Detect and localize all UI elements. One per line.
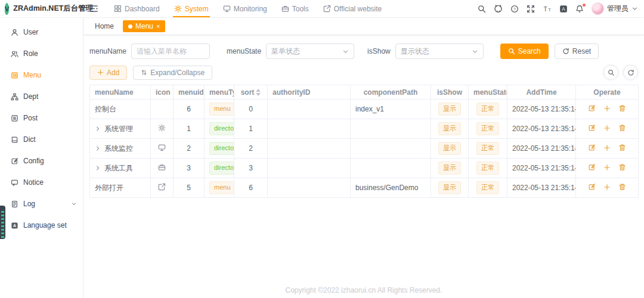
sidebar: UserRoleMenuDeptBPostDictConfigNoticeLog… [0,18,83,298]
topbar: V ZRAdmin.NET后台管理 DashboardSystemMonitor… [0,0,644,18]
search-button[interactable]: Search [500,44,549,59]
cell-component-path [351,119,431,139]
sidebar-item-dept[interactable]: Dept [0,86,83,107]
menu-name-label: menuName [89,47,126,55]
edit-row-icon[interactable] [588,124,596,132]
tab-menu[interactable]: Menu× [123,20,165,32]
cell-sort: 1 [234,119,268,139]
edit-row-icon[interactable] [588,183,596,191]
expand-collapse-button[interactable]: Expand/Collapse [133,66,212,80]
add-button[interactable]: Add [89,66,127,80]
sidebar-item-role[interactable]: Role [0,43,83,64]
doc-icon [11,200,18,208]
sidebar-item-notice[interactable]: Notice [0,172,83,193]
add-child-row-icon[interactable] [603,144,611,151]
column-header-menustate: menuState [469,85,507,100]
cell-add-time: 2022-05-13 21:35:14 [507,119,576,139]
sidebar-item-config[interactable]: Config [0,150,83,172]
question-icon[interactable]: ? [510,5,519,13]
add-child-row-icon[interactable] [603,105,611,112]
cell-menu-name: 控制台 [90,100,151,119]
sidebar-item-user[interactable]: User [0,21,83,43]
nav-item-dashboard[interactable]: Dashboard [108,0,166,17]
tab-home[interactable]: Home [89,20,119,32]
tab-bar: HomeMenu× [83,18,644,35]
sidebar-item-menu[interactable]: Menu [0,64,83,86]
search-icon [608,69,615,76]
search-icon[interactable] [478,5,486,13]
svg-text:A: A [13,224,16,228]
sidebar-item-language-set[interactable]: ALanguage set [0,215,83,236]
github-icon[interactable] [494,4,503,13]
nav-item-monitoring[interactable]: Monitoring [217,0,273,17]
top-nav: DashboardSystemMonitoringToolsOfficial w… [108,0,388,17]
reset-button[interactable]: Reset [555,44,599,59]
toolbox-icon [281,5,289,13]
theme-drawer-handle[interactable] [0,206,5,239]
refresh-table-button[interactable] [623,65,638,80]
cell-menu-state: 正常 [469,119,507,139]
cell-menu-name: 系统监控 [90,139,151,159]
sidebar-collapse-icon[interactable] [89,4,98,13]
fullscreen-icon[interactable] [527,5,535,13]
cell-is-show: 显示 [431,178,469,198]
table-row: 外部打开5menu6business/GenDemo显示正常2022-05-13… [90,178,639,198]
cell-menu-state: 正常 [469,178,507,198]
sort-arrows-icon [141,69,147,76]
delete-row-icon[interactable] [618,124,626,132]
cell-menu-type: directory [205,139,234,159]
svg-text:?: ? [513,6,516,11]
cell-component-path: business/GenDemo [351,178,431,198]
add-child-row-icon[interactable] [603,164,611,171]
users-icon [11,50,18,58]
cell-menu-name: 外部打开 [90,178,151,198]
is-show-select[interactable]: 显示状态 [395,44,484,59]
menu-type-badge: directory [209,122,234,135]
sidebar-item-post[interactable]: BPost [0,107,83,129]
dashboard-icon [114,5,122,13]
cell-menu-type: directory [205,159,234,178]
is-show-badge: 显示 [438,181,461,194]
edit-row-icon[interactable] [588,104,596,112]
column-header-isshow: isShow [431,85,469,100]
sidebar-item-dict[interactable]: Dict [0,129,83,150]
menu-state-select[interactable]: 菜单状态 [266,44,354,59]
edit-row-icon[interactable] [588,163,596,171]
cell-icon [151,139,174,159]
delete-row-icon[interactable] [618,183,626,191]
cell-menuid: 2 [174,139,205,159]
expand-row-icon[interactable] [95,165,101,171]
nav-item-tools[interactable]: Tools [275,0,315,17]
user-menu[interactable]: 管理员 [592,2,638,15]
expand-row-icon[interactable] [95,126,101,132]
font-size-icon[interactable]: TT [543,5,552,13]
cell-menu-name: 系统管理 [90,119,151,139]
tree-icon [11,93,18,101]
add-child-row-icon[interactable] [603,125,611,132]
gear-icon [174,5,182,13]
cell-add-time: 2022-05-13 21:35:14 [507,139,576,159]
sort-carets-icon [256,89,261,96]
translate-icon[interactable]: A [559,5,568,13]
delete-row-icon[interactable] [618,144,626,151]
edit-row-icon[interactable] [588,144,596,151]
close-tab-icon[interactable]: × [156,23,160,30]
delete-row-icon[interactable] [618,104,626,112]
sidebar-item-log[interactable]: Log [0,193,83,215]
menu-type-badge: directory [209,142,234,154]
table-toolbar: Add Expand/Collapse [89,65,638,80]
app-logo[interactable]: V ZRAdmin.NET后台管理 [5,3,83,15]
column-header-sort[interactable]: sort [234,85,268,100]
menu-name-input[interactable] [131,44,210,59]
nav-item-official-website[interactable]: Official website [317,0,388,17]
cell-sort: 3 [234,159,268,178]
edit-square-icon [11,157,18,165]
notification-bell-icon[interactable] [575,5,584,13]
expand-row-icon[interactable] [95,145,101,151]
add-child-row-icon[interactable] [603,184,611,191]
delete-row-icon[interactable] [618,163,626,171]
show-search-toggle-button[interactable] [603,65,618,80]
nav-item-system[interactable]: System [168,0,215,17]
column-header-authorityid: authorityID [268,85,351,100]
menu-type-badge: menu [209,181,234,194]
